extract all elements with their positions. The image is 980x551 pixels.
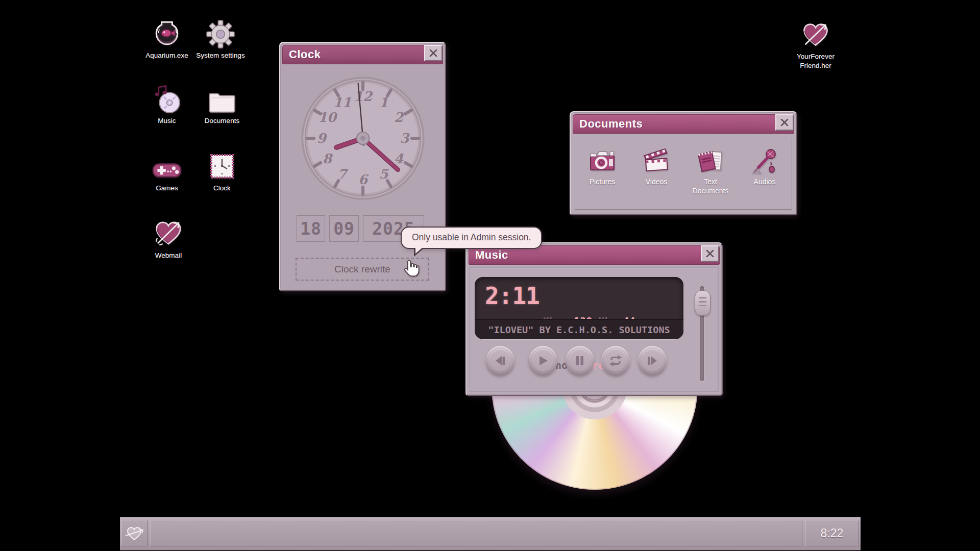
music-window: Music 2:11 Kbps 128 Khz 44 Mono Stereo "… xyxy=(465,242,723,396)
repeat-button[interactable] xyxy=(601,346,630,375)
track-title-marquee: "ILOVEU" BY E.C.H.O.S. SOLUTIONS xyxy=(475,319,683,339)
documents-item-label: Pictures xyxy=(590,177,616,186)
desktop-icon-music[interactable]: Music xyxy=(139,84,195,126)
documents-item-pictures[interactable]: Pictures xyxy=(577,144,628,186)
close-icon xyxy=(429,49,437,57)
volume-thumb[interactable] xyxy=(695,290,710,316)
heart-arrow-icon xyxy=(153,218,184,249)
gamepad-icon xyxy=(152,151,182,182)
pause-icon xyxy=(574,355,586,366)
desktop-icon-documents[interactable]: Documents xyxy=(194,84,250,126)
elapsed-time: 2:11 xyxy=(485,282,540,310)
next-button[interactable] xyxy=(638,346,667,375)
microphone-icon xyxy=(750,144,779,175)
desktop-icon-webmail[interactable]: Webmail xyxy=(140,218,197,260)
music-cd-icon xyxy=(152,84,182,114)
previous-button[interactable] xyxy=(486,346,514,375)
tooltip: Only usable in Admin session. xyxy=(401,227,542,249)
start-button[interactable] xyxy=(121,520,148,546)
pause-button[interactable] xyxy=(566,346,594,375)
close-button[interactable] xyxy=(775,114,794,131)
documents-item-videos[interactable]: Videos xyxy=(631,144,682,186)
clock-icon xyxy=(208,151,236,182)
date-month-field[interactable]: 09 xyxy=(329,215,359,242)
svg-text:8: 8 xyxy=(322,151,333,166)
desktop-icon-aquarium[interactable]: Aquarium.exe xyxy=(139,18,195,60)
desktop-icon-label: System settings xyxy=(196,51,244,60)
desktop-icon-forever-friend[interactable]: YourForever Friend.her xyxy=(788,19,844,70)
svg-text:2: 2 xyxy=(394,110,404,125)
taskbar-clock[interactable]: 8:22 xyxy=(805,520,859,546)
desktop-icon-label: Clock xyxy=(213,184,231,193)
clock-window-title: Clock xyxy=(289,48,321,61)
svg-text:4: 4 xyxy=(394,151,404,166)
close-button[interactable] xyxy=(701,245,719,262)
svg-text:7: 7 xyxy=(337,166,348,182)
music-window-title: Music xyxy=(475,248,508,262)
taskbar: 8:22 xyxy=(120,517,861,551)
tooltip-text: Only usable in Admin session. xyxy=(412,232,531,242)
stream-info: Kbps 128 Khz 44 Mono Stereo xyxy=(543,284,635,403)
svg-text:11: 11 xyxy=(333,95,351,110)
clock-window-titlebar[interactable]: Clock xyxy=(282,45,443,64)
documents-window: Documents Pictures xyxy=(570,111,797,215)
date-day-field[interactable]: 18 xyxy=(297,215,325,242)
desktop-icon-label: Documents xyxy=(205,116,239,126)
documents-window-titlebar[interactable]: Documents xyxy=(573,114,794,134)
desktop-icon-label: YourForever Friend.her xyxy=(788,52,844,70)
desktop-icon-clock[interactable]: Clock xyxy=(194,151,250,193)
documents-panel: Pictures Videos xyxy=(575,138,792,210)
svg-text:6: 6 xyxy=(358,172,369,187)
close-icon xyxy=(780,119,789,126)
svg-text:1: 1 xyxy=(379,95,388,110)
next-icon xyxy=(646,355,659,366)
clapperboard-icon xyxy=(642,144,671,175)
svg-text:9: 9 xyxy=(316,131,327,146)
desktop-icon-label: Music xyxy=(158,116,176,126)
desktop-wallpaper[interactable]: Aquarium.exe System settings xyxy=(120,0,861,551)
desktop-icon-games[interactable]: Games xyxy=(139,151,195,193)
documents-item-label: Videos xyxy=(646,177,668,186)
close-icon xyxy=(706,250,714,257)
fishbowl-icon xyxy=(152,18,182,49)
previous-icon xyxy=(494,355,507,366)
camera-icon xyxy=(588,144,617,175)
music-display: 2:11 Kbps 128 Khz 44 Mono Stereo "ILOVEU… xyxy=(475,277,683,339)
documents-item-audios[interactable]: Audios xyxy=(739,144,790,186)
screen: Aquarium.exe System settings xyxy=(0,0,980,551)
desktop-icon-label: Aquarium.exe xyxy=(145,51,188,60)
play-icon xyxy=(537,355,549,366)
documents-window-title: Documents xyxy=(579,117,643,131)
play-button[interactable] xyxy=(529,346,557,375)
repeat-icon xyxy=(608,355,623,367)
desktop-icon-label: Webmail xyxy=(155,251,182,260)
analog-clock: 123 456 789 101112 xyxy=(300,76,426,201)
svg-text:10: 10 xyxy=(317,110,337,125)
notepad-icon xyxy=(696,144,725,175)
documents-item-label: Audios xyxy=(754,177,776,186)
taskbar-tray[interactable] xyxy=(151,520,802,546)
svg-text:12: 12 xyxy=(354,89,373,104)
folder-icon xyxy=(207,84,237,114)
desktop-icon-system-settings[interactable]: System settings xyxy=(192,18,249,60)
desktop-icon-label: Games xyxy=(156,184,178,193)
svg-text:5: 5 xyxy=(379,166,389,182)
svg-text:3: 3 xyxy=(400,131,410,146)
gear-icon xyxy=(206,18,235,49)
documents-item-text-documents[interactable]: Text Documents xyxy=(685,144,736,195)
close-button[interactable] xyxy=(424,45,443,61)
heart-arrow-start-icon xyxy=(125,524,144,542)
heart-arrow-icon xyxy=(800,19,831,50)
documents-item-label: Text Documents xyxy=(685,177,736,195)
clock-rewrite-button[interactable]: Clock rewrite xyxy=(296,258,429,281)
